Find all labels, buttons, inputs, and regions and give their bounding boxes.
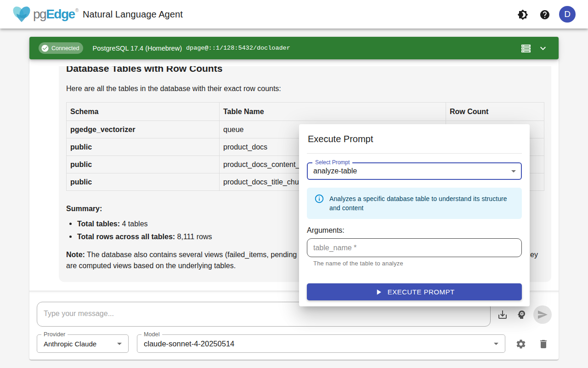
bullet-disc	[69, 236, 72, 238]
chevron-down-icon[interactable]	[537, 43, 548, 54]
col-row-count: Row Count	[446, 103, 544, 121]
database-list-icon[interactable]	[520, 43, 531, 54]
avatar-initial: D	[564, 9, 571, 19]
model-select[interactable]: Model claude-sonnet-4-20250514	[137, 334, 505, 353]
prompt-select-value: analyze-table	[313, 163, 357, 179]
execute-prompt-button[interactable]: EXECUTE PROMPT	[307, 283, 522, 300]
pgedge-logo: pgEdge®	[11, 5, 78, 24]
summary-bullet-1: Total tables: 4 tables	[77, 218, 148, 230]
dialog-title: Execute Prompt	[308, 134, 373, 144]
table-name-input[interactable]	[307, 238, 522, 257]
note-line-2: are computed views based on the underlyi…	[66, 260, 236, 271]
cell-schema: public	[67, 173, 220, 191]
message-intro: Here are all the tables in the database …	[66, 83, 281, 94]
summary-label: Summary:	[66, 205, 102, 213]
brand-text: pgEdge®	[33, 7, 78, 22]
arguments-label: Arguments:	[307, 226, 345, 235]
play-icon	[374, 288, 383, 297]
dropdown-arrow-icon	[114, 338, 125, 349]
dialog-divider	[307, 153, 522, 154]
col-table-name: Table Name	[220, 103, 446, 121]
provider-select[interactable]: Provider Anthropic Claude	[37, 334, 129, 353]
pgedge-logo-icon	[11, 5, 32, 24]
dropdown-arrow-icon	[508, 166, 519, 177]
cell-schema: public	[67, 138, 220, 156]
delete-icon[interactable]	[538, 339, 549, 350]
note-line-1-end: ey	[530, 249, 538, 260]
user-avatar[interactable]: D	[559, 6, 576, 23]
execute-prompt-dialog: Execute Prompt Select Prompt analyze-tab…	[299, 124, 530, 306]
cell-schema: pgedge_vectorizer	[67, 121, 220, 138]
prompt-info-text: Analyzes a specific database table to un…	[329, 194, 513, 213]
provider-value: Anthropic Claude	[44, 335, 96, 352]
bullet-disc	[69, 223, 72, 225]
app-header: pgEdge® Natural Language Agent D	[0, 0, 588, 29]
psychology-icon[interactable]	[516, 309, 527, 320]
connection-bar: Connected PostgreSQL 17.4 (Homebrew) dpa…	[29, 37, 559, 59]
server-version-label: PostgreSQL 17.4 (Homebrew)	[92, 45, 182, 52]
help-icon[interactable]	[539, 9, 550, 20]
model-value: claude-sonnet-4-20250514	[144, 335, 234, 352]
message-heading: Database Tables with Row Counts	[66, 66, 222, 75]
prompt-info-alert: Analyzes a specific database table to un…	[307, 188, 522, 219]
table-header-row: Schema Table Name Row Count	[67, 103, 544, 121]
dropdown-arrow-icon	[491, 338, 502, 349]
download-icon[interactable]	[497, 309, 508, 320]
connection-status-badge: Connected	[39, 42, 83, 54]
prompt-select[interactable]: Select Prompt analyze-table	[307, 162, 522, 180]
table-name-helper: The name of the table to analyze	[313, 260, 403, 267]
settings-icon[interactable]	[515, 339, 526, 350]
dark-mode-toggle-icon[interactable]	[517, 9, 528, 20]
col-schema: Schema	[67, 103, 220, 121]
execute-button-label: EXECUTE PROMPT	[387, 288, 454, 296]
page-title: Natural Language Agent	[83, 9, 183, 20]
note-line-1: Note: The database also contains several…	[66, 249, 297, 260]
send-button[interactable]	[533, 305, 552, 324]
summary-bullet-2: Total rows across all tables: 8,111 rows	[77, 231, 212, 242]
connection-status-label: Connected	[51, 45, 79, 52]
connection-string: dpage@::1/128:5432/docloader	[186, 45, 290, 52]
send-icon	[537, 309, 548, 320]
check-circle-icon	[41, 44, 49, 52]
cell-schema: public	[67, 156, 220, 173]
info-icon	[314, 194, 324, 204]
